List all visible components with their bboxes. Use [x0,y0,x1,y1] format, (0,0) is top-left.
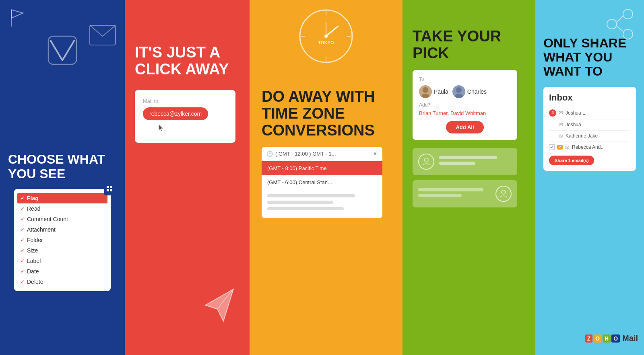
placeholder-card-2 [413,180,517,207]
paula-avatar [419,85,432,98]
svg-point-20 [455,94,463,98]
inbox-row-2[interactable]: ✉ Joshua L. [549,119,630,131]
list-item[interactable]: ✓Attachment [17,224,107,235]
mail-compose-card: Mail to: rebecca@zylker.com [135,90,235,143]
checklist-card: ✓Flag ✓Read ✓Comment Count ✓Attachment ✓… [14,189,111,291]
sender-name: Joshua L. [566,110,586,116]
selected-contacts: Paula Charles [419,85,511,98]
svg-point-17 [423,87,428,93]
timezone-option-pacific[interactable]: (GMT - 8:00) Pacific Time [262,161,382,175]
to-label: To [419,76,511,82]
panel-click-away: IT'S JUST A CLICK AWAY Mail to: rebecca@… [125,0,250,355]
svg-text:TOKYO: TOKYO [318,40,334,45]
charles-name: Charles [467,88,487,95]
svg-point-19 [456,87,462,93]
placeholder-card-1 [413,148,517,175]
panel-share: ONLY SHARE WHAT YOU WANT TO Inbox 4 ✉ Jo… [535,0,644,355]
svg-line-26 [617,16,623,22]
list-item[interactable]: ✓Label [17,256,107,266]
tz-clock-icon: 🕐 [266,151,273,157]
svg-point-15 [324,35,328,38]
list-item[interactable]: ✓Folder [17,235,107,245]
svg-line-13 [326,26,338,36]
sender-name: Joshua L. [566,122,586,127]
timezone-option-central[interactable]: (GMT - 6:00) Central Stan... [262,175,382,189]
panel-choose: CHOOSE WHAT YOU SEE ✓Flag ✓Read ✓Comment… [0,0,125,355]
contact-picker-card: To Paula Charles [413,70,517,140]
list-item[interactable]: ✓Read [17,203,107,214]
panel-2-heading: IT'S JUST A CLICK AWAY [135,44,239,78]
panel-take-your-pick: TAKE YOUR PICK To Paula [402,0,535,355]
suggested-contacts: Brian Turner, David Whitman [419,110,511,116]
paper-plane-icon [201,281,242,331]
contact-charles: Charles [452,85,487,98]
clock-icon: TOKYO [294,4,358,70]
svg-rect-5 [110,186,112,188]
svg-rect-7 [110,189,112,191]
svg-point-22 [502,190,506,194]
placeholder-lines [439,156,512,167]
svg-point-18 [421,94,429,98]
sender-name: Rebecca And... [572,144,605,150]
svg-rect-6 [107,189,109,191]
checkbox[interactable]: ✓ [549,144,555,150]
list-item[interactable]: ✓Flag [17,193,107,203]
email-address[interactable]: rebecca@zylker.com [143,107,208,120]
svg-point-25 [623,29,633,39]
list-item[interactable]: ✓Size [17,245,107,256]
inbox-title: Inbox [549,92,630,103]
add-all-button[interactable]: Add All [446,121,483,133]
placeholder-contact-cards [413,148,517,212]
unread-badge: 4 [549,109,556,117]
mail-label: Mail [622,334,638,343]
mail-icon: ✉ [559,122,563,128]
flag-decoration-icon [8,8,28,30]
svg-line-27 [617,26,623,31]
mail-icon: ✉ [565,144,570,150]
svg-marker-0 [11,10,23,18]
add-label: Add? [419,102,511,108]
paula-name: Paula [434,88,448,95]
panel-5-heading: ONLY SHARE WHAT YOU WANT TO [543,36,636,79]
inbox-card: Inbox 4 ✉ Joshua L. ✉ Joshua L. ✉ Kather… [543,87,636,171]
inbox-row-4[interactable]: ✓ ↗ ✉ Rebecca And... [549,142,630,153]
network-decoration-icon [604,8,636,42]
placeholder-avatar-icon [418,154,434,170]
placeholder-avatar-icon-2 [495,186,512,202]
mail-to-label: Mail to: [143,98,227,104]
charles-avatar [452,85,465,98]
cursor-icon [157,123,227,135]
timezone-header[interactable]: 🕐 ( GMT - 12:00 ) GMT - 1... ▼ [262,147,382,161]
svg-rect-4 [107,186,109,188]
svg-point-21 [424,158,428,162]
svg-point-23 [623,9,633,19]
svg-point-24 [607,19,617,29]
contact-paula: Paula [419,85,448,98]
list-item[interactable]: ✓Delete [17,277,107,287]
inbox-row-1[interactable]: 4 ✉ Joshua L. [549,107,630,119]
grid-settings-icon[interactable] [104,183,115,195]
timezone-selector-card: 🕐 ( GMT - 12:00 ) GMT - 1... ▼ (GMT - 8:… [262,147,382,218]
mail-icon: ✉ [559,110,563,116]
panel-4-heading: TAKE YOUR PICK [413,28,525,62]
list-item[interactable]: ✓Comment Count [17,214,107,224]
column-checklist: ✓Flag ✓Read ✓Comment Count ✓Attachment ✓… [17,193,107,287]
zoho-mail-logo: Z O H O Mail [585,334,638,343]
zoho-brand: Z O H O [585,334,620,343]
panel-timezone: TOKYO DO AWAY WITH TIME ZONE CONVERSIONS… [250,0,402,355]
panel-1-heading: CHOOSE WHAT YOU SEE [8,152,117,181]
content-placeholder [262,189,382,218]
v-logo-icon [44,32,80,70]
mail-icon: ✉ [559,133,563,139]
panel-3-heading: DO AWAY WITH TIME ZONE CONVERSIONS [262,88,390,139]
placeholder-lines-2 [418,188,491,199]
envelope-decoration-icon [89,24,117,48]
dropdown-chevron-icon: ▼ [372,151,378,157]
list-item[interactable]: ✓Date [17,266,107,277]
inbox-row-3[interactable]: ✉ Katherine Jake [549,131,630,142]
share-tag-icon: ↗ [557,145,563,150]
sender-name: Katherine Jake [566,133,598,139]
share-button[interactable]: Share 1 email(s) [549,156,594,165]
